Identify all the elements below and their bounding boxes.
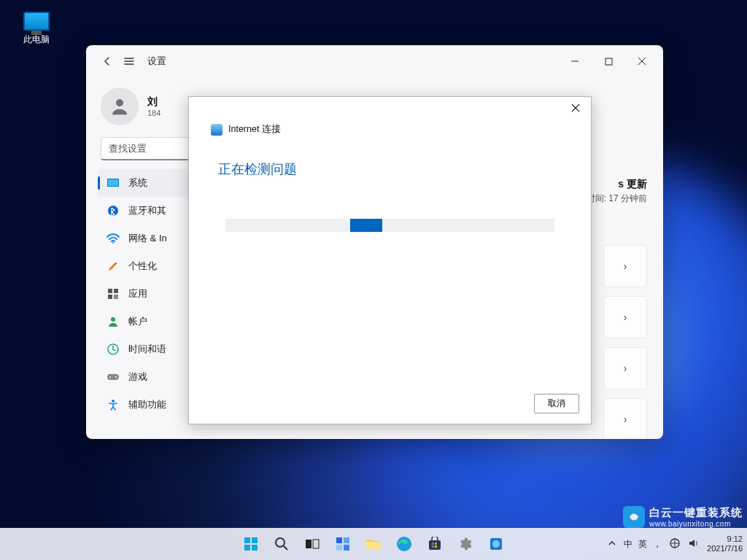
svg-rect-0 xyxy=(605,58,612,65)
sidebar-item-label: 网络 & In xyxy=(128,232,167,245)
bluetooth-icon xyxy=(107,204,120,217)
settings-card[interactable]: › xyxy=(603,347,647,389)
back-button[interactable] xyxy=(96,50,118,72)
task-view-button[interactable] xyxy=(298,530,326,558)
svg-point-11 xyxy=(111,317,115,322)
tray-chevron-up-icon[interactable] xyxy=(608,539,616,549)
settings-taskbar-button[interactable] xyxy=(452,530,479,558)
sidebar-item-label: 个性化 xyxy=(128,260,157,273)
gaming-icon xyxy=(107,370,120,384)
person-icon xyxy=(109,96,131,117)
svg-rect-19 xyxy=(244,545,250,551)
monitor-icon xyxy=(23,12,50,31)
svg-rect-27 xyxy=(344,545,349,551)
progress-indicator xyxy=(350,219,382,232)
svg-rect-33 xyxy=(432,545,434,548)
svg-rect-31 xyxy=(432,542,434,545)
avatar xyxy=(101,88,139,125)
minimize-button[interactable] xyxy=(558,50,592,73)
svg-rect-17 xyxy=(244,537,250,543)
taskbar-center xyxy=(237,530,510,558)
store-button[interactable] xyxy=(421,530,449,558)
troubleshooter-dialog: Internet 连接 正在检测问题 取消 xyxy=(188,96,592,424)
svg-rect-25 xyxy=(344,537,349,543)
svg-rect-34 xyxy=(435,545,437,548)
svg-rect-9 xyxy=(108,295,112,299)
volume-tray-icon[interactable] xyxy=(688,538,700,550)
window-title: 设置 xyxy=(147,55,166,68)
svg-rect-30 xyxy=(429,540,441,550)
svg-point-14 xyxy=(109,376,111,378)
svg-point-16 xyxy=(112,400,115,402)
wifi-icon xyxy=(107,232,120,245)
ime-mode: 英 xyxy=(638,538,647,551)
paintbrush-icon xyxy=(107,260,120,273)
settings-card[interactable]: › xyxy=(603,296,647,338)
start-button[interactable] xyxy=(237,530,265,558)
svg-rect-23 xyxy=(313,540,319,548)
settings-card[interactable]: › xyxy=(603,245,647,287)
tray-time: 9:12 xyxy=(707,534,743,544)
svg-rect-4 xyxy=(108,179,118,186)
chevron-right-icon: › xyxy=(624,413,627,425)
ime-indicator[interactable]: 中 英 ， xyxy=(624,538,662,551)
clock-globe-icon xyxy=(107,343,120,356)
file-explorer-button[interactable] xyxy=(360,530,387,558)
svg-rect-18 xyxy=(252,537,258,543)
profile-sub: 184 xyxy=(147,109,160,117)
maximize-button[interactable] xyxy=(592,50,625,73)
watermark: 白云一键重装系统 www.baiyunxitong.com xyxy=(623,506,743,528)
dialog-close-button[interactable] xyxy=(565,98,587,117)
watermark-line1: 白云一键重装系统 xyxy=(649,506,743,520)
network-troubleshooter-taskbar-button[interactable] xyxy=(482,530,510,558)
chevron-right-icon: › xyxy=(624,260,627,272)
search-placeholder: 查找设置 xyxy=(109,142,147,155)
chevron-right-icon: › xyxy=(624,311,627,323)
tray-date: 2021/7/16 xyxy=(707,544,743,553)
svg-rect-7 xyxy=(108,289,112,293)
svg-rect-20 xyxy=(252,545,258,551)
accessibility-icon xyxy=(107,398,120,411)
svg-point-15 xyxy=(115,376,117,378)
profile-name: 刘 xyxy=(147,96,160,109)
svg-rect-28 xyxy=(366,542,381,549)
svg-rect-24 xyxy=(336,537,342,543)
watermark-logo-icon xyxy=(623,506,645,528)
widgets-button[interactable] xyxy=(329,530,357,558)
sidebar-item-label: 游戏 xyxy=(128,370,147,384)
close-button[interactable] xyxy=(625,50,659,73)
windows-update-sub: 时间: 17 分钟前 xyxy=(587,192,647,205)
accounts-icon xyxy=(107,315,120,328)
dialog-title: Internet 连接 xyxy=(228,123,281,136)
hamburger-menu-icon[interactable] xyxy=(118,50,140,72)
progress-bar xyxy=(225,219,554,232)
internet-icon xyxy=(211,124,222,136)
ime-lang: 中 xyxy=(624,538,632,551)
windows-update-title: s 更新 xyxy=(587,178,647,191)
clock[interactable]: 9:12 2021/7/16 xyxy=(707,534,743,553)
sidebar-item-label: 帐户 xyxy=(128,315,147,328)
dialog-heading: 正在检测问题 xyxy=(211,160,569,178)
chevron-right-icon: › xyxy=(624,362,627,374)
svg-rect-22 xyxy=(306,540,311,548)
svg-point-36 xyxy=(492,540,500,548)
svg-point-21 xyxy=(276,538,285,547)
sidebar-item-label: 系统 xyxy=(128,176,147,190)
watermark-line2: www.baiyunxitong.com xyxy=(649,520,743,528)
edge-button[interactable] xyxy=(390,530,418,558)
sidebar-item-label: 应用 xyxy=(128,287,147,300)
apps-icon xyxy=(107,287,120,300)
taskbar: 中 英 ， 9:12 2021/7/16 xyxy=(0,528,747,560)
network-tray-icon[interactable] xyxy=(669,538,681,550)
ime-punct: ， xyxy=(653,538,662,551)
desktop-icon-label: 此电脑 xyxy=(11,34,62,46)
svg-rect-8 xyxy=(114,289,118,293)
svg-rect-13 xyxy=(107,374,119,380)
search-button[interactable] xyxy=(268,530,295,558)
svg-point-1 xyxy=(116,99,123,106)
desktop-icon-this-pc[interactable]: 此电脑 xyxy=(11,7,62,46)
svg-rect-26 xyxy=(336,545,342,551)
settings-card[interactable]: › xyxy=(603,398,647,439)
cancel-button[interactable]: 取消 xyxy=(534,394,579,413)
svg-point-6 xyxy=(112,242,114,244)
